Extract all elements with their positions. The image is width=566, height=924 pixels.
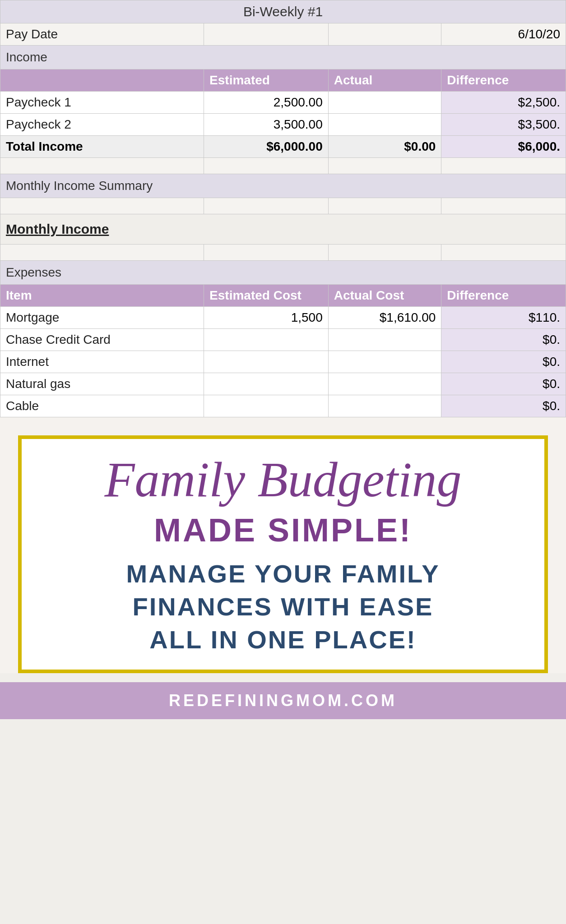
total-income-actual: $0.00 [328,136,441,158]
footer-bar: REDEFININGMOM.COM [0,682,566,719]
expenses-col-item: Item [0,285,204,307]
expenses-col-actual: Actual Cost [328,285,441,307]
footer-website: REDEFININGMOM.COM [169,691,397,710]
cable-estimated [204,395,329,417]
chase-difference: $0. [441,329,566,351]
paycheck2-label: Paycheck 2 [0,114,204,136]
mortgage-estimated: 1,500 [204,307,329,329]
paycheck1-row: Paycheck 1 2,500.00 $2,500. [0,92,566,114]
internet-difference: $0. [441,351,566,373]
empty-cell-2 [204,158,329,174]
chase-row: Chase Credit Card $0. [0,329,566,351]
empty-cell-8 [441,198,566,214]
empty-cell-10 [204,245,329,261]
paycheck2-difference: $3,500. [441,114,566,136]
pay-date-label: Pay Date [0,23,204,46]
natural-gas-label: Natural gas [0,373,204,395]
internet-row: Internet $0. [0,351,566,373]
empty-cell-9 [0,245,204,261]
expenses-section-title: Expenses [0,261,566,285]
chase-estimated [204,329,329,351]
natural-gas-difference: $0. [441,373,566,395]
total-income-estimated: $6,000.00 [204,136,329,158]
promo-title: Family Budgeting [40,453,526,507]
total-income-label: Total Income [0,136,204,158]
empty-cell-1 [0,158,204,174]
paycheck1-estimated: 2,500.00 [204,92,329,114]
monthly-income-label: Monthly Income [0,214,566,245]
promo-tagline: MANAGE YOUR FAMILY FINANCES WITH EASE AL… [40,558,526,656]
paycheck2-estimated: 3,500.00 [204,114,329,136]
chase-actual [328,329,441,351]
empty-cell-3 [328,158,441,174]
cable-difference: $0. [441,395,566,417]
paycheck2-actual [328,114,441,136]
cable-actual [328,395,441,417]
paycheck2-row: Paycheck 2 3,500.00 $3,500. [0,114,566,136]
pay-date-actual [328,23,441,46]
empty-cell-4 [441,158,566,174]
empty-cell-5 [0,198,204,214]
promo-subtitle: MADE SIMPLE! [40,512,526,549]
total-income-row: Total Income $6,000.00 $0.00 $6,000. [0,136,566,158]
cable-row: Cable $0. [0,395,566,417]
empty-cell-6 [204,198,329,214]
natural-gas-estimated [204,373,329,395]
total-income-difference: $6,000. [441,136,566,158]
monthly-income-summary: Monthly Income Summary [0,174,566,198]
paycheck1-label: Paycheck 1 [0,92,204,114]
chase-label: Chase Credit Card [0,329,204,351]
mortgage-label: Mortgage [0,307,204,329]
empty-cell-11 [328,245,441,261]
internet-label: Internet [0,351,204,373]
expenses-col-difference: Difference [441,285,566,307]
empty-cell-7 [328,198,441,214]
paycheck1-difference: $2,500. [441,92,566,114]
spreadsheet-section: Bi-Weekly #1 Pay Date 6/10/20 Income Est… [0,0,566,417]
empty-cell-12 [441,245,566,261]
col-header-label [0,69,204,92]
col-header-actual: Actual [328,69,441,92]
internet-estimated [204,351,329,373]
cable-label: Cable [0,395,204,417]
income-section-title: Income [0,46,566,69]
mortgage-difference: $110. [441,307,566,329]
col-header-estimated: Estimated [204,69,329,92]
pay-date-estimated [204,23,329,46]
promo-section: Family Budgeting MADE SIMPLE! MANAGE YOU… [18,435,548,673]
expenses-col-estimated: Estimated Cost [204,285,329,307]
biweekly-header: Bi-Weekly #1 [0,0,566,23]
pay-date-value: 6/10/20 [441,23,566,46]
natural-gas-actual [328,373,441,395]
mortgage-actual: $1,610.00 [328,307,441,329]
paycheck1-actual [328,92,441,114]
mortgage-row: Mortgage 1,500 $1,610.00 $110. [0,307,566,329]
natural-gas-row: Natural gas $0. [0,373,566,395]
col-header-difference: Difference [441,69,566,92]
internet-actual [328,351,441,373]
